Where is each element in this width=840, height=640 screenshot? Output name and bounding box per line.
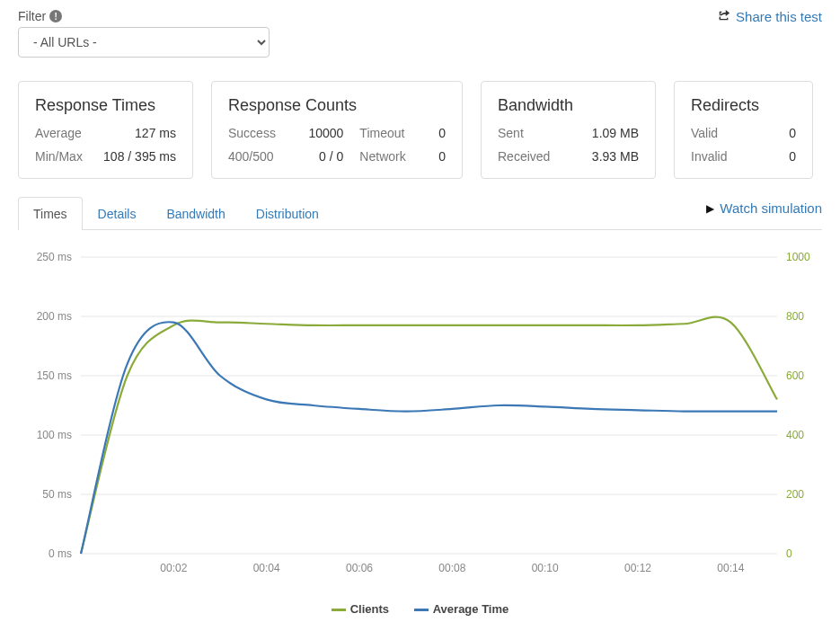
svg-text:00:04: 00:04 [253, 562, 280, 574]
svg-text:250 ms: 250 ms [37, 251, 72, 263]
info-icon[interactable]: ! [49, 10, 62, 22]
svg-text:200: 200 [786, 488, 804, 501]
tab-times[interactable]: Times [18, 197, 83, 230]
svg-text:00:08: 00:08 [438, 562, 465, 574]
svg-text:0 ms: 0 ms [49, 547, 72, 560]
times-chart: 0 ms050 ms200100 ms400150 ms600200 ms800… [18, 239, 822, 599]
svg-text:150 ms: 150 ms [37, 369, 72, 382]
stat-label: Invalid [691, 149, 750, 164]
card-response-counts: Response Counts Success10000Timeout0400/… [211, 81, 463, 179]
svg-text:400: 400 [786, 429, 804, 441]
stat-value: 108 / 395 ms [101, 149, 176, 164]
filter-label: Filter [18, 9, 46, 23]
stat-label: Min/Max [35, 149, 84, 164]
tab-bandwidth[interactable]: Bandwidth [151, 197, 240, 230]
stat-label: Valid [691, 126, 750, 140]
stat-label: Average [35, 126, 84, 140]
stat-value: 0 [430, 126, 446, 140]
svg-text:100 ms: 100 ms [37, 429, 72, 441]
svg-text:00:10: 00:10 [532, 562, 559, 574]
tab-distribution[interactable]: Distribution [241, 197, 334, 230]
stat-value: 0 [430, 149, 446, 164]
card-title: Response Times [35, 96, 176, 115]
share-icon [718, 9, 730, 24]
card-title: Redirects [691, 96, 796, 115]
play-icon: ▶ [706, 202, 714, 215]
stat-label: Sent [498, 126, 563, 140]
chart-tabs: TimesDetailsBandwidthDistribution [18, 197, 822, 230]
svg-text:00:06: 00:06 [346, 562, 373, 574]
stat-label: 400/500 [228, 149, 284, 164]
svg-text:1000: 1000 [786, 251, 810, 263]
stat-value: 0 / 0 [300, 149, 343, 164]
svg-text:50 ms: 50 ms [42, 488, 72, 501]
chart-legend: Clients Average Time [18, 602, 822, 616]
stat-value: 127 ms [101, 126, 176, 140]
card-redirects: Redirects Valid0Invalid0 [674, 81, 813, 179]
svg-text:00:02: 00:02 [160, 562, 187, 574]
svg-text:600: 600 [786, 369, 804, 382]
stat-label: Success [228, 126, 284, 140]
watch-simulation-link[interactable]: ▶ Watch simulation [706, 200, 822, 216]
stat-label: Network [359, 149, 414, 164]
svg-text:00:12: 00:12 [624, 562, 651, 574]
stat-value: 0 [766, 126, 796, 140]
svg-text:00:14: 00:14 [717, 562, 744, 574]
svg-text:800: 800 [786, 310, 804, 323]
stat-value: 10000 [300, 126, 343, 140]
stat-label: Received [498, 149, 563, 164]
tab-details[interactable]: Details [83, 197, 152, 230]
share-link[interactable]: Share this test [718, 9, 822, 24]
card-bandwidth: Bandwidth Sent1.09 MBReceived3.93 MB [481, 81, 656, 179]
svg-text:200 ms: 200 ms [37, 310, 72, 323]
svg-text:0: 0 [786, 547, 792, 560]
stat-value: 3.93 MB [579, 149, 639, 164]
stat-value: 0 [766, 149, 796, 164]
card-title: Bandwidth [498, 96, 639, 115]
filter-select[interactable]: - All URLs - [18, 27, 270, 58]
card-response-times: Response Times Average127 msMin/Max108 /… [18, 81, 193, 179]
stat-value: 1.09 MB [579, 126, 639, 140]
stat-label: Timeout [359, 126, 414, 140]
card-title: Response Counts [228, 96, 446, 115]
